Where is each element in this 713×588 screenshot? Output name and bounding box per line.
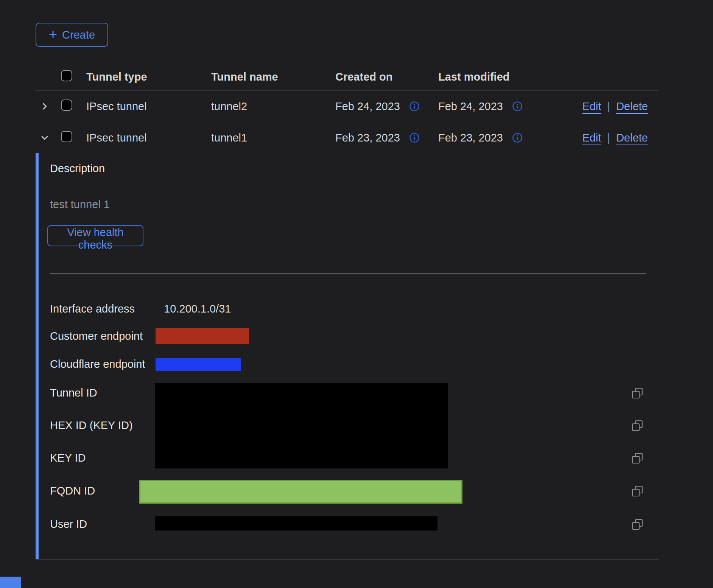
- copy-key-id-button[interactable]: [632, 453, 643, 464]
- copy-user-id-button[interactable]: [632, 519, 643, 530]
- row-actions: Edit | Delete: [580, 100, 659, 113]
- plus-icon: +: [49, 27, 57, 42]
- key-id-label: KEY ID: [50, 451, 86, 464]
- copy-fqdn-id-button[interactable]: [632, 486, 643, 496]
- last-modified-date: Feb 23, 2023: [438, 132, 503, 144]
- row-select-cell: [61, 131, 86, 145]
- chevron-right-icon: [40, 101, 50, 111]
- column-header-created-on: Created on: [335, 71, 438, 83]
- last-modified-date: Feb 24, 2023: [438, 100, 503, 113]
- copy-icon: [632, 519, 643, 530]
- created-on-cell: Feb 23, 2023: [335, 132, 438, 144]
- tunnels-table: Tunnel type Tunnel name Created on Last …: [35, 64, 659, 153]
- copy-icon: [632, 486, 643, 496]
- customer-endpoint-label: Customer endpoint: [50, 330, 143, 342]
- cloudflare-endpoint-redacted-value: [156, 358, 241, 371]
- actions-separator: |: [607, 132, 610, 144]
- last-modified-cell: Feb 23, 2023: [438, 132, 580, 144]
- description-value: test tunnel 1: [50, 198, 110, 211]
- collapse-row-toggle[interactable]: [35, 133, 61, 143]
- interface-address-value: 10.200.1.0/31: [164, 302, 231, 315]
- delete-link[interactable]: Delete: [616, 100, 648, 113]
- delete-link[interactable]: Delete: [616, 132, 648, 144]
- column-header-tunnel-name: Tunnel name: [211, 71, 335, 83]
- section-divider: [50, 274, 646, 274]
- partial-blue-element: [0, 577, 21, 588]
- cloudflare-endpoint-label: Cloudflare endpoint: [50, 358, 145, 370]
- column-header-tunnel-type: Tunnel type: [86, 71, 211, 83]
- fqdn-id-redacted-value: [139, 480, 462, 504]
- last-modified-cell: Feb 24, 2023: [438, 100, 580, 113]
- column-header-last-modified: Last modified: [438, 71, 580, 83]
- row-checkbox[interactable]: [61, 131, 72, 142]
- created-on-date: Feb 24, 2023: [335, 100, 400, 113]
- copy-icon: [632, 388, 643, 398]
- row-select-cell: [61, 100, 86, 114]
- info-icon[interactable]: [512, 132, 523, 143]
- chevron-down-icon: [40, 133, 50, 143]
- copy-hex-id-button[interactable]: [632, 420, 643, 431]
- create-button-label: Create: [62, 29, 95, 41]
- created-on-date: Feb 23, 2023: [335, 132, 400, 144]
- created-on-cell: Feb 24, 2023: [335, 100, 438, 113]
- view-health-checks-button[interactable]: View health checks: [47, 225, 143, 246]
- expanded-tunnel-details: Description test tunnel 1 View health ch…: [36, 153, 659, 559]
- info-icon[interactable]: [409, 101, 420, 112]
- table-row: IPsec tunnel tunnel2 Feb 24, 2023 Feb 24…: [35, 91, 659, 122]
- tunnel-name-cell: tunnel1: [211, 132, 335, 144]
- fqdn-id-label: FQDN ID: [50, 484, 95, 497]
- customer-endpoint-redacted-value: [156, 328, 249, 344]
- hex-id-label: HEX ID (KEY ID): [50, 419, 133, 432]
- user-id-label: User ID: [50, 518, 87, 530]
- actions-separator: |: [607, 100, 610, 113]
- copy-tunnel-id-button[interactable]: [632, 388, 643, 398]
- user-id-redacted-value: [155, 516, 437, 530]
- table-row: IPsec tunnel tunnel1 Feb 23, 2023 Feb 23…: [35, 122, 659, 153]
- edit-link[interactable]: Edit: [582, 100, 601, 113]
- tunnel-name-cell: tunnel2: [211, 100, 335, 113]
- info-icon[interactable]: [409, 132, 420, 143]
- row-actions: Edit | Delete: [580, 132, 659, 144]
- description-label: Description: [50, 162, 105, 175]
- info-icon[interactable]: [512, 101, 523, 112]
- row-checkbox[interactable]: [61, 100, 72, 111]
- table-bottom-divider: [36, 559, 659, 560]
- expand-row-toggle[interactable]: [35, 101, 61, 111]
- select-column-header: [61, 70, 86, 84]
- edit-link[interactable]: Edit: [582, 132, 601, 144]
- create-button[interactable]: + Create: [36, 23, 108, 47]
- tunnel-type-cell: IPsec tunnel: [86, 132, 211, 144]
- ids-redacted-value: [155, 383, 448, 468]
- copy-icon: [632, 420, 643, 431]
- table-header-row: Tunnel type Tunnel name Created on Last …: [35, 64, 659, 91]
- tunnel-id-label: Tunnel ID: [50, 386, 97, 399]
- interface-address-label: Interface address: [50, 302, 135, 315]
- copy-icon: [632, 453, 643, 464]
- select-all-checkbox[interactable]: [61, 70, 72, 81]
- tunnel-type-cell: IPsec tunnel: [86, 100, 211, 113]
